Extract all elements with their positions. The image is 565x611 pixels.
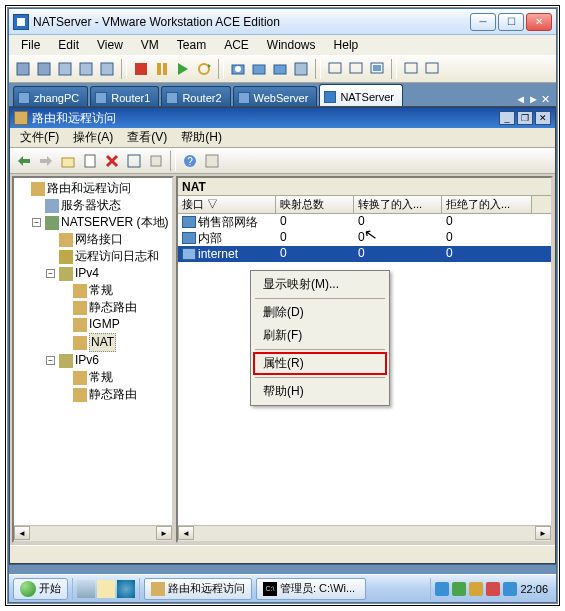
- menu-windows[interactable]: Windows: [259, 36, 324, 54]
- view-icon[interactable]: [422, 59, 442, 79]
- tree-node[interactable]: 远程访问日志和: [16, 248, 170, 265]
- scroll-left-icon[interactable]: ◄: [178, 526, 194, 540]
- mmc-menubar[interactable]: 文件(F)操作(A)查看(V)帮助(H): [10, 128, 555, 148]
- tree-node[interactable]: −IPv4: [16, 265, 170, 282]
- system-tray[interactable]: 22:06: [430, 578, 552, 600]
- minimize-button[interactable]: ─: [470, 13, 496, 31]
- scroll-right-icon[interactable]: ►: [156, 526, 172, 540]
- tool-icon[interactable]: [55, 59, 75, 79]
- export-icon[interactable]: [146, 151, 166, 171]
- column-header[interactable]: 接口 ▽: [178, 196, 276, 213]
- snapshot-mgr-icon[interactable]: [249, 59, 269, 79]
- windows-taskbar[interactable]: 开始 路由和远程访问 C:\ 管理员: C:\Wi... 22:06: [9, 574, 556, 602]
- tool-icon[interactable]: [291, 59, 311, 79]
- context-menu-item[interactable]: 刷新(F): [253, 324, 387, 347]
- stop-icon[interactable]: [131, 59, 151, 79]
- tray-clock[interactable]: 22:06: [520, 583, 548, 595]
- tray-icon[interactable]: [469, 582, 483, 596]
- snapshot-icon[interactable]: [228, 59, 248, 79]
- tree-expander-icon[interactable]: −: [32, 218, 41, 227]
- tab-webserver[interactable]: WebServer: [233, 86, 318, 106]
- pause-icon[interactable]: [152, 59, 172, 79]
- snapshot-rev-icon[interactable]: [270, 59, 290, 79]
- tab-nav-left[interactable]: ◄: [515, 93, 526, 106]
- close-button[interactable]: ✕: [526, 13, 552, 31]
- tree-pane[interactable]: 路由和远程访问服务器状态−NATSERVER (本地)网络接口远程访问日志和−I…: [12, 176, 174, 543]
- tab-nav-right[interactable]: ►: [528, 93, 539, 106]
- tray-network-icon[interactable]: [503, 582, 517, 596]
- mmc-menu-item[interactable]: 操作(A): [67, 127, 119, 148]
- context-menu[interactable]: 显示映射(M)...删除(D)刷新(F)属性(R)帮助(H): [250, 270, 390, 406]
- fullscreen-icon[interactable]: [367, 59, 387, 79]
- table-row[interactable]: 内部000: [178, 230, 551, 246]
- menu-help[interactable]: Help: [326, 36, 367, 54]
- play-icon[interactable]: [173, 59, 193, 79]
- menu-file[interactable]: File: [13, 36, 48, 54]
- scroll-right-icon[interactable]: ►: [535, 526, 551, 540]
- tool-icon[interactable]: [97, 59, 117, 79]
- context-menu-item[interactable]: 删除(D): [253, 301, 387, 324]
- menu-edit[interactable]: Edit: [50, 36, 87, 54]
- context-menu-item[interactable]: 显示映射(M)...: [253, 273, 387, 296]
- quick-launch[interactable]: [72, 578, 140, 600]
- mmc-toolbar[interactable]: ?: [10, 148, 555, 174]
- vm-tabstrip[interactable]: zhangPCRouter1Router2WebServerNATServer◄…: [9, 83, 556, 107]
- tool-icon[interactable]: [13, 59, 33, 79]
- tree-node[interactable]: −IPv6: [16, 352, 170, 369]
- tab-close-button[interactable]: ✕: [541, 93, 550, 106]
- column-header[interactable]: 映射总数: [276, 196, 354, 213]
- view-icon[interactable]: [401, 59, 421, 79]
- menu-vm[interactable]: VM: [133, 36, 167, 54]
- tree-node[interactable]: 网络接口: [16, 231, 170, 248]
- tree-expander-icon[interactable]: −: [46, 356, 55, 365]
- tree-expander-icon[interactable]: −: [46, 269, 55, 278]
- tray-volume-icon[interactable]: [486, 582, 500, 596]
- tree-node[interactable]: 静态路由: [16, 386, 170, 403]
- mmc-menu-item[interactable]: 查看(V): [121, 127, 173, 148]
- view-icon[interactable]: [325, 59, 345, 79]
- inner-restore-button[interactable]: ❐: [517, 111, 533, 125]
- back-icon[interactable]: [14, 151, 34, 171]
- mmc-menu-item[interactable]: 文件(F): [14, 127, 65, 148]
- delete-icon[interactable]: [102, 151, 122, 171]
- context-menu-item[interactable]: 帮助(H): [253, 380, 387, 403]
- tab-router2[interactable]: Router2: [161, 86, 230, 106]
- tray-icon[interactable]: [452, 582, 466, 596]
- tree-node[interactable]: 常规: [16, 369, 170, 386]
- explorer-icon[interactable]: [97, 580, 115, 598]
- tab-router1[interactable]: Router1: [90, 86, 159, 106]
- taskbar-task-rras[interactable]: 路由和远程访问: [144, 578, 252, 600]
- column-header[interactable]: 拒绝了的入...: [442, 196, 532, 213]
- column-header[interactable]: 转换了的入...: [354, 196, 442, 213]
- help-icon[interactable]: ?: [180, 151, 200, 171]
- context-menu-item[interactable]: 属性(R): [253, 352, 387, 375]
- up-icon[interactable]: [58, 151, 78, 171]
- tree-scrollbar[interactable]: ◄►: [14, 525, 172, 541]
- tree-node[interactable]: 路由和远程访问: [16, 180, 170, 197]
- inner-close-button[interactable]: ✕: [535, 111, 551, 125]
- vmware-menubar[interactable]: FileEditViewVMTeamACEWindowsHelp: [9, 35, 556, 55]
- reset-icon[interactable]: [194, 59, 214, 79]
- tab-natserver[interactable]: NATServer: [319, 84, 403, 106]
- menu-team[interactable]: Team: [169, 36, 214, 54]
- grid-header[interactable]: 接口 ▽映射总数转换了的入...拒绝了的入...: [178, 196, 551, 214]
- tree-node[interactable]: −NATSERVER (本地): [16, 214, 170, 231]
- tool-icon[interactable]: [76, 59, 96, 79]
- ie-icon[interactable]: [117, 580, 135, 598]
- menu-view[interactable]: View: [89, 36, 131, 54]
- menu-ace[interactable]: ACE: [216, 36, 257, 54]
- tree-node[interactable]: NAT: [16, 333, 170, 352]
- tray-icon[interactable]: [435, 582, 449, 596]
- tree-node[interactable]: 常规: [16, 282, 170, 299]
- view-icon[interactable]: [346, 59, 366, 79]
- tool-icon[interactable]: [202, 151, 222, 171]
- table-row[interactable]: 销售部网络000: [178, 214, 551, 230]
- tool-icon[interactable]: [34, 59, 54, 79]
- list-scrollbar[interactable]: ◄►: [178, 525, 551, 541]
- tree-node[interactable]: 静态路由: [16, 299, 170, 316]
- tree-node[interactable]: IGMP: [16, 316, 170, 333]
- properties-icon[interactable]: [80, 151, 100, 171]
- inner-minimize-button[interactable]: _: [499, 111, 515, 125]
- maximize-button[interactable]: ☐: [498, 13, 524, 31]
- show-desktop-icon[interactable]: [77, 580, 95, 598]
